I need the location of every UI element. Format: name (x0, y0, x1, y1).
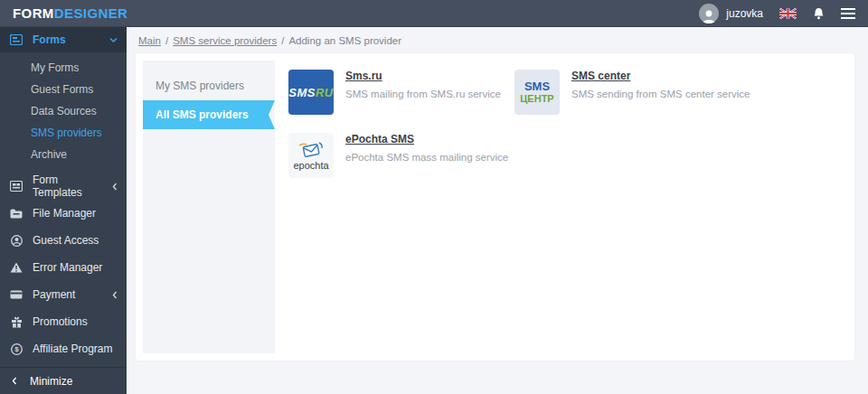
menu-button[interactable] (841, 8, 855, 19)
sidebar-item-forms[interactable]: Forms (0, 27, 127, 52)
sidebar-item-my-forms[interactable]: My Forms (0, 57, 127, 79)
breadcrumb-link-sms-service-providers[interactable]: SMS service providers (173, 35, 277, 46)
username[interactable]: juzovka (726, 7, 763, 20)
sidebar-item-guest-forms[interactable]: Guest Forms (0, 79, 127, 100)
forms-icon (9, 34, 24, 45)
sidebar-item-form-templates[interactable]: Form Templates (0, 173, 127, 200)
provider-card-epochta: epochta ePochta SMS ePochta SMS mass mai… (288, 133, 514, 178)
breadcrumb-separator: / (281, 35, 284, 46)
promotions-icon (9, 316, 24, 328)
sidebar-item-affiliate-program[interactable]: $ Affiliate Program (0, 335, 127, 362)
flying-envelope-icon (297, 141, 325, 159)
logo-primary: FORM (13, 5, 54, 21)
minimize-label: Minimize (30, 375, 72, 388)
sidebar-item-archive[interactable]: Archive (0, 144, 127, 165)
provider-description: SMS mailing from SMS.ru service (345, 89, 501, 99)
sidebar-item-label: Form Templates (33, 174, 103, 199)
sidebar-item-promotions[interactable]: Promotions (0, 308, 127, 335)
main-content: Main / SMS service providers / Adding an… (127, 27, 868, 394)
providers-tablist: My SMS providers All SMS providers (143, 61, 275, 353)
smsru-logo-text-ru: RU (316, 86, 334, 99)
sidebar-minimize-button[interactable]: Minimize (0, 367, 127, 394)
sidebar: Forms My Forms Guest Forms Data Sources … (0, 27, 127, 394)
sidebar-item-guest-access[interactable]: Guest Access (0, 227, 127, 254)
notifications-button[interactable] (813, 7, 825, 20)
epochta-logo-text: epochta (293, 160, 328, 171)
guest-access-icon (9, 235, 24, 247)
breadcrumb: Main / SMS service providers / Adding an… (127, 27, 868, 53)
provider-description: SMS sending from SMS center service (571, 89, 750, 99)
affiliate-icon: $ (9, 343, 24, 355)
file-manager-icon (9, 209, 24, 219)
app-logo[interactable]: FORMDESIGNER (13, 5, 127, 21)
chevron-left-icon (112, 291, 118, 299)
breadcrumb-link-main[interactable]: Main (138, 35, 161, 46)
provider-card-smsru: SMSRU Sms.ru SMS mailing from SMS.ru ser… (288, 70, 514, 115)
epochta-logo[interactable]: epochta (288, 133, 334, 178)
tab-my-sms-providers[interactable]: My SMS providers (143, 71, 275, 100)
tab-all-sms-providers[interactable]: All SMS providers (143, 100, 275, 129)
sidebar-item-file-manager[interactable]: File Manager (0, 200, 127, 227)
sidebar-item-label: Forms (33, 33, 100, 46)
sidebar-item-label: Error Manager (33, 261, 118, 274)
sms-center-logo-line2: ЦЕНТР (520, 93, 553, 104)
breadcrumb-current: Adding an SMS provider (288, 35, 401, 46)
sidebar-item-error-manager[interactable]: Error Manager (0, 254, 127, 281)
sidebar-item-label: Affiliate Program (33, 342, 118, 355)
provider-link-sms-center[interactable]: SMS center (571, 70, 750, 82)
provider-link-epochta[interactable]: ePochta SMS (345, 133, 508, 145)
avatar[interactable] (699, 4, 719, 23)
topbar: FORMDESIGNER juzovka (0, 0, 868, 27)
chevron-left-icon (12, 377, 17, 385)
bell-icon (813, 7, 825, 20)
user-silhouette-icon (701, 9, 717, 23)
provider-card-sms-center: SMS ЦЕНТР SMS center SMS sending from SM… (514, 70, 847, 115)
sidebar-item-label: Promotions (33, 315, 118, 328)
chevron-down-icon (109, 37, 118, 43)
sms-center-logo-line1: SMS (524, 80, 550, 93)
language-flag-button[interactable] (779, 8, 797, 19)
sidebar-item-label: Guest Access (33, 234, 118, 247)
providers-panel: My SMS providers All SMS providers SMSRU… (136, 53, 854, 361)
forms-submenu: My Forms Guest Forms Data Sources SMS pr… (0, 52, 127, 173)
smsru-logo-text-sms: SMS (288, 86, 316, 99)
hamburger-icon (841, 8, 855, 19)
sms-center-logo[interactable]: SMS ЦЕНТР (514, 70, 560, 115)
error-manager-icon (9, 262, 24, 273)
smsru-logo[interactable]: SMSRU (288, 70, 334, 115)
sidebar-item-label: Payment (33, 288, 103, 301)
sidebar-item-payment[interactable]: Payment (0, 281, 127, 308)
logo-secondary: DESIGNER (54, 5, 128, 21)
provider-description: ePochta SMS mass mailing service (345, 152, 508, 163)
provider-cards: SMSRU Sms.ru SMS mailing from SMS.ru ser… (275, 61, 847, 353)
sidebar-item-sms-providers[interactable]: SMS providers (0, 122, 127, 144)
chevron-left-icon (112, 183, 118, 191)
payment-icon (9, 290, 24, 299)
breadcrumb-separator: / (165, 35, 168, 46)
sidebar-item-label: File Manager (33, 207, 118, 220)
form-templates-icon (9, 181, 24, 192)
app-window: FORMDESIGNER juzovka (0, 0, 868, 394)
uk-flag-icon (779, 8, 797, 19)
provider-link-smsru[interactable]: Sms.ru (345, 70, 501, 82)
sidebar-item-data-sources[interactable]: Data Sources (0, 100, 127, 122)
svg-text:$: $ (14, 345, 19, 353)
